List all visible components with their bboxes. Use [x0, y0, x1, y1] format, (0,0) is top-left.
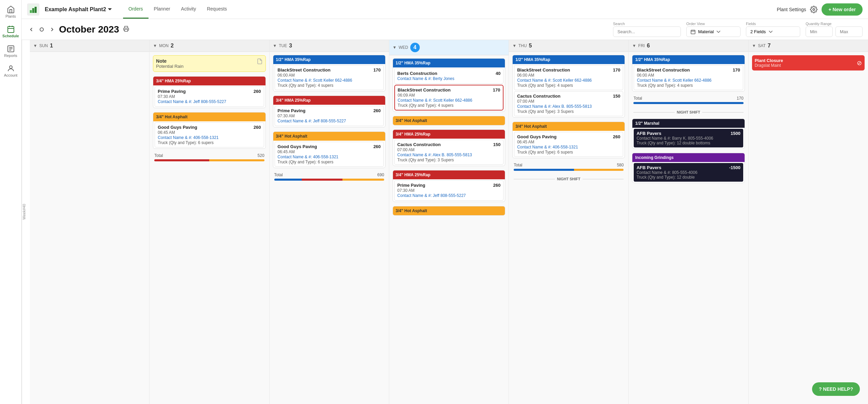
order-card-prime-tue[interactable]: Prime Paving260 07:30 AM Contact Name & … — [275, 106, 384, 126]
search-label: Search — [613, 22, 681, 26]
chevron-right-icon — [50, 27, 55, 32]
next-month-button[interactable] — [48, 25, 56, 34]
day-content-sat: Plant Closure Dragslat Maint ⊘ — [749, 52, 868, 404]
day-header-sat: ▼ SAT 7 — [749, 40, 868, 52]
day-dropdown-sat[interactable]: ▼ — [752, 43, 756, 48]
plant-name[interactable]: Example Asphalt Plant2 — [45, 6, 112, 13]
day-name-mon: MON — [159, 43, 169, 48]
plant-closure-card: Plant Closure Dragslat Maint ⊘ — [752, 55, 865, 70]
total-tue: Total690 — [272, 171, 387, 183]
progress-yellow-tue — [342, 179, 384, 181]
order-card-blackstreet-tue[interactable]: BlackStreet Construction170 06:00 AM Con… — [275, 65, 384, 90]
new-order-button[interactable]: + New order — [822, 3, 863, 16]
home-icon — [7, 5, 15, 14]
sidebar-item-schedule[interactable]: Schedule — [1, 22, 20, 41]
material-header-hma-blue-fri: 1/2" HMA 35%Rap — [632, 55, 744, 64]
gear-icon[interactable] — [810, 6, 817, 13]
sidebar-item-plants[interactable]: Plants — [1, 3, 20, 21]
search-input[interactable] — [613, 26, 681, 37]
svg-point-8 — [9, 66, 12, 68]
reports-icon — [7, 45, 15, 53]
material-header-asphalt-tue: 3/4" Hot Asphalt — [273, 132, 385, 141]
order-card-berts-wed[interactable]: Berts Construction40 Contact Name & #: B… — [394, 68, 504, 84]
order-card-goodguys-tue[interactable]: Good Guys Paving260 06:45 AM Contact Nam… — [275, 142, 384, 167]
order-card-blackstreet-thu[interactable]: BlackStreet Construction170 06:00 AM Con… — [514, 65, 623, 90]
qty-range-label: Quantity Range — [806, 22, 863, 26]
calendar-small-icon — [691, 29, 695, 34]
day-name-fri: FRI — [638, 43, 645, 48]
order-truck-gg: Truck (Qty and Type): 6 supers — [158, 140, 261, 145]
order-card-blackstreet-wed[interactable]: BlackStreet Construction170 06:09 AM Con… — [394, 85, 504, 110]
today-button[interactable] — [38, 26, 45, 33]
day-dropdown-sun[interactable]: ▼ — [33, 43, 37, 48]
svg-rect-12 — [35, 7, 37, 13]
section-hma-blue-thu: 1/2" HMA 35%Rap BlackStreet Construction… — [512, 55, 625, 118]
nav-tabs: Orders Planner Activity Requests — [123, 0, 233, 19]
fields-group: Fields 2 Fields — [746, 22, 800, 37]
main-content: Example Asphalt Plant2 Orders Planner Ac… — [22, 0, 868, 404]
tab-activity[interactable]: Activity — [176, 0, 201, 19]
order-view-dropdown[interactable]: Material — [686, 26, 741, 37]
progress-blue-thu — [514, 169, 574, 171]
sidebar-item-account[interactable]: Account — [1, 62, 20, 80]
topbar: Example Asphalt Plant2 Orders Planner Ac… — [22, 0, 868, 19]
calendar-icon — [7, 25, 15, 33]
qty-min-input[interactable] — [806, 26, 833, 37]
order-card-goodguys-thu[interactable]: Good Guys Paving260 06:45 AM Contact Nam… — [514, 132, 623, 157]
day-name-wed: WED — [399, 45, 408, 50]
progress-red-mon — [154, 159, 209, 161]
prev-month-button[interactable] — [27, 25, 35, 34]
order-card-prime-wed[interactable]: Prime Paving260 07:30 AM Contact Name & … — [394, 180, 504, 201]
day-content-sun — [30, 52, 149, 404]
section-hma-red-wed: 3/4" HMA 25%Rap Cactus Construction150 0… — [393, 129, 505, 166]
day-dropdown-wed[interactable]: ▼ — [393, 45, 397, 50]
chevron-down-icon — [716, 30, 721, 34]
day-dropdown-mon[interactable]: ▼ — [153, 43, 157, 48]
order-card-cactus-wed[interactable]: Cactus Construction150 07:00 AM Contact … — [394, 140, 504, 165]
day-dropdown-tue[interactable]: ▼ — [273, 43, 277, 48]
plant-logo — [27, 3, 39, 16]
progress-red-tue — [302, 179, 342, 181]
order-card-afb-grindings[interactable]: AFB Pavers-1500 Contact Name & #: 805-55… — [634, 163, 743, 182]
order-company: Prime Paving260 — [158, 89, 261, 94]
order-contact: Contact Name & #: Jeff 808-555-5227 — [158, 99, 261, 104]
order-card-cactus-thu[interactable]: Cactus Construction150 07:00 AM Contact … — [514, 91, 623, 116]
ban-icon: ⊘ — [857, 59, 862, 67]
material-header-hma-red-wed: 3/4" HMA 25%Rap — [393, 130, 505, 139]
order-card-goodguys-mon[interactable]: Good Guys Paving260 06:45 AM Contact Nam… — [155, 122, 264, 147]
day-dropdown-thu[interactable]: ▼ — [512, 43, 516, 48]
fields-label: Fields — [746, 22, 800, 26]
tab-requests[interactable]: Requests — [201, 0, 232, 19]
plant-settings-link[interactable]: Plant Settings — [777, 7, 806, 12]
day-header-tue: ▼ TUE 3 — [270, 40, 389, 52]
section-grindings-fri: Incoming Grindings AFB Pavers-1500 Conta… — [632, 153, 745, 183]
day-content-fri: 1/2" HMA 35%Rap BlackStreet Construction… — [629, 52, 748, 404]
order-view-label: Order View — [686, 22, 741, 26]
sidebar-item-reports[interactable]: Reports — [1, 42, 20, 60]
order-card-afb-fri[interactable]: AFB Pavers1500 Contact Name & #: Barry K… — [634, 129, 743, 147]
day-dropdown-fri[interactable]: ▼ — [632, 43, 636, 48]
fields-dropdown[interactable]: 2 Fields — [746, 26, 800, 37]
svg-rect-11 — [32, 8, 34, 13]
qty-max-input[interactable] — [835, 26, 863, 37]
need-help-button[interactable]: ? NEED HELP? — [812, 382, 860, 396]
tab-planner[interactable]: Planner — [149, 0, 176, 19]
day-num-fri: 6 — [647, 43, 650, 49]
material-header-asphalt-wed2: 3/4" Hot Asphalt — [393, 116, 505, 125]
order-view-group: Order View Material — [686, 22, 741, 37]
topbar-right: Plant Settings + New order — [777, 3, 863, 16]
chevron-left-icon — [28, 27, 34, 32]
section-asphalt-mon: 3/4" Hot Asphalt Good Guys Paving260 06:… — [153, 112, 265, 149]
section-hma-blue-wed: 1/2" HMA 35%Rap Berts Construction40 Con… — [393, 58, 505, 112]
section-hot-asphalt-wed: 3/4" Hot Asphalt — [393, 206, 505, 216]
day-name-thu: THU — [518, 43, 527, 48]
order-card-prime-mon[interactable]: Prime Paving260 07:30 AM Contact Name & … — [155, 86, 264, 107]
print-button[interactable] — [122, 24, 131, 34]
day-num-thu: 5 — [529, 43, 532, 49]
order-card-blackstreet-fri[interactable]: BlackStreet Construction170 06:00 AM Con… — [634, 65, 743, 90]
order-company-gg: Good Guys Paving260 — [158, 125, 261, 130]
day-name-sun: SUN — [39, 43, 48, 48]
section-hma-blue-tue: 1/2" HMA 35%Rap BlackStreet Construction… — [273, 55, 386, 92]
order-contact-gg: Contact Name & #: 406-558-1321 — [158, 135, 261, 140]
tab-orders[interactable]: Orders — [123, 0, 149, 19]
